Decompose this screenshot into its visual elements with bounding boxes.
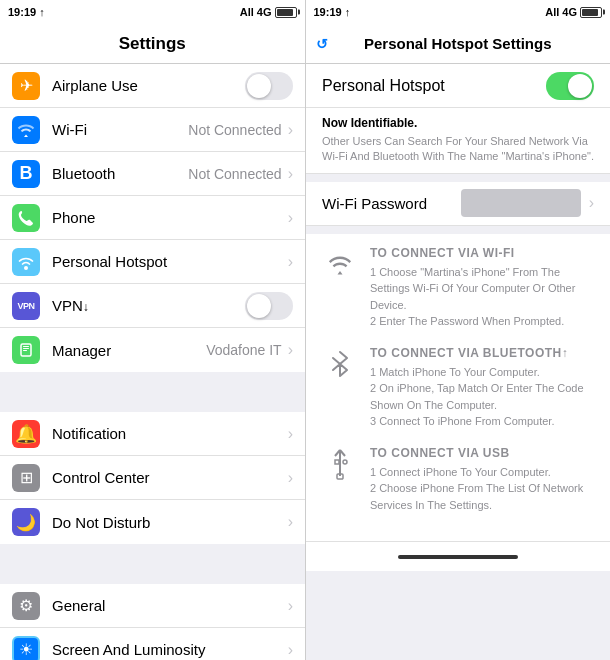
svg-rect-8	[335, 460, 339, 464]
usb-connect-item: TO CONNECT VIA USB 1 Connect iPhone To Y…	[322, 446, 594, 514]
wifi-password-section: Wi-Fi Password ›	[306, 182, 610, 226]
notification-icon: 🔔	[12, 420, 40, 448]
disturb-label: Do Not Disturb	[52, 514, 288, 531]
usb-connect-step1: 1 Connect iPhone To Your Computer.	[370, 464, 594, 481]
bluetooth-icon: B	[12, 160, 40, 188]
wifi-password-value	[461, 189, 581, 217]
svg-rect-3	[23, 348, 29, 349]
right-time: 19:19	[314, 6, 342, 18]
right-status-time-area: 19:19 ↑	[314, 6, 351, 18]
usb-connect-title: TO CONNECT VIA USB	[370, 446, 594, 460]
hotspot-main-toggle[interactable]	[546, 72, 594, 100]
manager-label: Manager	[52, 342, 206, 359]
notification-row[interactable]: 🔔 Notification ›	[0, 412, 305, 456]
svg-rect-4	[23, 350, 27, 351]
bottom-bar	[306, 541, 610, 571]
hotspot-main-row: Personal Hotspot	[306, 64, 610, 108]
bluetooth-row[interactable]: B Bluetooth Not Connected ›	[0, 152, 305, 196]
manager-value: Vodafone IT	[206, 342, 282, 358]
screen-row[interactable]: ☀ Screen And Luminosity ›	[0, 628, 305, 660]
control-chevron: ›	[288, 469, 293, 487]
wifi-value: Not Connected	[188, 122, 281, 138]
bluetooth-connect-item: TO CONNECT VIA BLUETOOTH↑ 1 Match iPhone…	[322, 346, 594, 430]
right-status-signal: All 4G	[545, 6, 602, 18]
left-signal-text: All 4G	[240, 6, 272, 18]
hotspot-setting-label: Personal Hotspot	[322, 77, 546, 95]
wifi-connect-step1: 1 Choose "Martina's iPhone" From The Set…	[370, 264, 594, 314]
manager-icon	[12, 336, 40, 364]
bluetooth-chevron: ›	[288, 165, 293, 183]
left-signal-arrow: ↑	[39, 6, 45, 18]
hotspot-panel: Personal Hotspot Now Identifiable. Other…	[305, 64, 610, 660]
usb-connect-step2: 2 Choose iPhone From The List Of Network…	[370, 480, 594, 513]
wifi-chevron: ›	[288, 121, 293, 139]
disturb-chevron: ›	[288, 513, 293, 531]
home-indicator	[398, 555, 518, 559]
manager-chevron: ›	[288, 341, 293, 359]
svg-rect-2	[23, 346, 29, 347]
phone-chevron: ›	[288, 209, 293, 227]
hotspot-chevron: ›	[288, 253, 293, 271]
phone-icon	[12, 204, 40, 232]
wifi-password-label: Wi-Fi Password	[322, 195, 461, 212]
screen-label: Screen And Luminosity	[52, 641, 288, 658]
wifi-connect-title: TO CONNECT VIA WI-FI	[370, 246, 594, 260]
usb-connect-icon-wrap	[322, 446, 358, 482]
general-row[interactable]: ⚙ General ›	[0, 584, 305, 628]
wifi-connect-item: TO CONNECT VIA WI-FI 1 Choose "Martina's…	[322, 246, 594, 330]
control-row[interactable]: ⊞ Control Center ›	[0, 456, 305, 500]
vpn-icon: VPN	[12, 292, 40, 320]
hotspot-nav-bar: ↺ Personal Hotspot Settings	[305, 24, 611, 63]
disturb-row[interactable]: 🌙 Do Not Disturb ›	[0, 500, 305, 544]
separator-1	[0, 392, 305, 412]
wifi-password-row[interactable]: Wi-Fi Password ›	[306, 182, 610, 226]
wifi-label: Wi-Fi	[52, 121, 188, 138]
phone-row[interactable]: Phone ›	[0, 196, 305, 240]
hotspot-nav-title: Personal Hotspot Settings	[364, 35, 552, 52]
general-chevron: ›	[288, 597, 293, 615]
bluetooth-value: Not Connected	[188, 166, 281, 182]
notification-label: Notification	[52, 425, 288, 442]
right-signal-arrow: ↑	[345, 6, 351, 18]
svg-point-0	[24, 266, 28, 270]
general-label: General	[52, 597, 288, 614]
bluetooth-connect-content: TO CONNECT VIA BLUETOOTH↑ 1 Match iPhone…	[370, 346, 594, 430]
screen-icon: ☀	[12, 636, 40, 661]
vpn-toggle[interactable]	[245, 292, 293, 320]
right-status-bar: 19:19 ↑ All 4G	[305, 0, 611, 24]
hotspot-row[interactable]: Personal Hotspot ›	[0, 240, 305, 284]
bluetooth-connect-icon-wrap	[322, 346, 358, 382]
screen-chevron: ›	[288, 641, 293, 659]
right-battery-icon	[580, 7, 602, 18]
airplane-label: Airplane Use	[52, 77, 245, 94]
settings-nav-bar: Settings	[0, 24, 305, 63]
bluetooth-label: Bluetooth	[52, 165, 188, 182]
wifi-icon	[12, 116, 40, 144]
left-status-signal: All 4G	[240, 6, 297, 18]
connect-section: TO CONNECT VIA WI-FI 1 Choose "Martina's…	[306, 234, 610, 542]
settings-section-1: ✈ Airplane Use Wi-Fi Not Connected ›	[0, 64, 305, 372]
phone-label: Phone	[52, 209, 288, 226]
vpn-row: VPN VPN↓	[0, 284, 305, 328]
right-signal-text: All 4G	[545, 6, 577, 18]
nav-bars: Settings ↺ Personal Hotspot Settings	[0, 24, 610, 64]
settings-section-3: ⚙ General › ☀ Screen And Luminosity › 🌸 …	[0, 584, 305, 660]
airplane-row: ✈ Airplane Use	[0, 64, 305, 108]
svg-point-9	[343, 460, 347, 464]
status-bars: 19:19 ↑ All 4G 19:19 ↑ All 4G	[0, 0, 610, 24]
bluetooth-connect-step1: 1 Match iPhone To Your Computer.	[370, 364, 594, 381]
control-label: Control Center	[52, 469, 288, 486]
separator-2	[0, 564, 305, 584]
hotspot-info-text: Other Users Can Search For Your Shared N…	[322, 134, 594, 165]
vpn-label: VPN↓	[52, 297, 245, 314]
airplane-toggle[interactable]	[245, 72, 293, 100]
hotspot-label: Personal Hotspot	[52, 253, 288, 270]
disturb-icon: 🌙	[12, 508, 40, 536]
left-time: 19:19	[8, 6, 36, 18]
bluetooth-connect-title: TO CONNECT VIA BLUETOOTH↑	[370, 346, 594, 360]
left-status-bar: 19:19 ↑ All 4G	[0, 0, 305, 24]
hotspot-info: Now Identifiable. Other Users Can Search…	[306, 108, 610, 174]
refresh-icon[interactable]: ↺	[316, 36, 328, 52]
manager-row[interactable]: Manager Vodafone IT ›	[0, 328, 305, 372]
wifi-row[interactable]: Wi-Fi Not Connected ›	[0, 108, 305, 152]
